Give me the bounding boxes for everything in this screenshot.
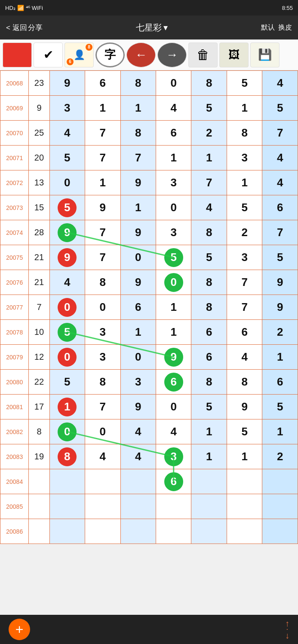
table-row: 20078105311662: [0, 320, 298, 345]
default-button[interactable]: 默认: [261, 23, 275, 32]
add-button[interactable]: +: [9, 619, 30, 640]
tool-red-square[interactable]: [3, 43, 32, 67]
share-button[interactable]: 分享: [28, 23, 43, 33]
cell-num: 7: [85, 395, 120, 419]
cell-num: 8: [120, 71, 156, 96]
table-row: 2006993114515: [0, 96, 298, 121]
cell-num: 5: [262, 245, 298, 270]
toolbar: ✔ 👤 8 6 字 ← → 🗑 🖼 💾: [0, 39, 298, 70]
tool-checkmark[interactable]: ✔: [34, 43, 63, 67]
cell-num: [85, 469, 120, 494]
cell-num: [85, 494, 120, 519]
nav-right[interactable]: 默认 换皮: [261, 23, 292, 32]
table-row: 200846: [0, 469, 298, 494]
cell-num: 0: [156, 395, 191, 419]
cell-num: 5: [49, 195, 85, 220]
cell-sum: [29, 494, 49, 519]
cell-id: 20069: [0, 96, 29, 121]
sort-button[interactable]: ↑ • ↓: [285, 619, 289, 640]
cell-num: 7: [85, 245, 120, 270]
dropdown-icon[interactable]: ▾: [163, 22, 168, 33]
cell-sum: 25: [29, 121, 49, 146]
table-row: 20080225836886: [0, 370, 298, 395]
cell-num: 3: [227, 245, 262, 270]
cell-id: 20077: [0, 295, 29, 320]
cell-num: 3: [120, 370, 156, 395]
tool-trash[interactable]: 🗑: [188, 43, 218, 67]
cell-num: 5: [156, 245, 191, 270]
back-button[interactable]: < 返回: [6, 23, 27, 33]
table-row: 20074289793827: [0, 220, 298, 245]
cell-num: 1: [120, 195, 156, 220]
cell-id: 20068: [0, 71, 29, 96]
table-row: 20068239680854: [0, 71, 298, 96]
cell-num: 5: [262, 395, 298, 419]
cell-num: 9: [156, 345, 191, 370]
cell-num: 8: [191, 220, 227, 245]
cell-num: [49, 519, 85, 544]
table-row: 20081171790595: [0, 395, 298, 419]
table-row: 20076214890879: [0, 270, 298, 295]
tool-person-badge[interactable]: 👤 8 6: [65, 43, 94, 67]
badge-bottom: 6: [67, 58, 74, 65]
forward-arrow-icon: →: [166, 48, 178, 62]
cell-num: [191, 469, 227, 494]
nav-left[interactable]: < 返回 分享: [6, 23, 43, 33]
signal-icon: 📶: [17, 5, 24, 11]
cell-num: 3: [85, 320, 120, 345]
cell-id: 20070: [0, 121, 29, 146]
cell-num: 3: [156, 220, 191, 245]
tool-photo[interactable]: 🖼: [219, 43, 249, 67]
tool-forward-arrow[interactable]: →: [157, 43, 187, 67]
cell-num: 4: [262, 71, 298, 96]
tool-char-zi[interactable]: 字: [95, 43, 125, 67]
table-row: 20070254786287: [0, 121, 298, 146]
data-table: 2006823968085420069931145152007025478628…: [0, 70, 298, 544]
cell-num: 6: [191, 320, 227, 345]
title-text: 七星彩: [136, 22, 162, 33]
tool-save[interactable]: 💾: [250, 43, 280, 67]
cell-num: 3: [227, 146, 262, 170]
cell-num: [191, 494, 227, 519]
cell-num: 0: [156, 195, 191, 220]
table-row: 20072130193714: [0, 170, 298, 195]
cell-num: 2: [262, 320, 298, 345]
cell-sum: 22: [29, 370, 49, 395]
cell-num: 1: [156, 146, 191, 170]
cell-num: 1: [227, 170, 262, 195]
red-circle: 8: [58, 447, 77, 466]
cell-num: 6: [262, 370, 298, 395]
cell-num: 8: [49, 444, 85, 469]
cell-num: 3: [85, 345, 120, 370]
green-circle: 0: [164, 273, 183, 292]
cell-num: 4: [262, 170, 298, 195]
cell-id: 20086: [0, 519, 29, 544]
person-icon: 👤: [74, 49, 85, 61]
wifi-icon: WiFi: [32, 5, 43, 11]
cell-id: 20078: [0, 320, 29, 345]
cell-num: 1: [227, 96, 262, 121]
data-table-wrap: 2006823968085420069931145152007025478628…: [0, 70, 298, 544]
cell-sum: 15: [29, 195, 49, 220]
cell-num: 4: [120, 419, 156, 444]
cell-num: 1: [156, 295, 191, 320]
skin-button[interactable]: 换皮: [278, 23, 292, 32]
cell-num: 7: [191, 170, 227, 195]
cell-num: [49, 494, 85, 519]
cell-num: 7: [85, 146, 120, 170]
red-circle: 0: [58, 348, 77, 367]
cell-id: 20079: [0, 345, 29, 370]
cell-num: 4: [156, 419, 191, 444]
tool-back-arrow[interactable]: ←: [126, 43, 156, 67]
cell-sum: 19: [29, 444, 49, 469]
cell-num: 1: [85, 170, 120, 195]
table-row: 20083198443112: [0, 444, 298, 469]
cell-num: 7: [85, 220, 120, 245]
cell-num: 0: [120, 245, 156, 270]
cell-num: 8: [120, 121, 156, 146]
cell-num: 9: [120, 270, 156, 295]
green-circle: 3: [164, 447, 183, 466]
cell-id: 20071: [0, 146, 29, 170]
cell-num: 5: [191, 245, 227, 270]
cell-num: 2: [262, 444, 298, 469]
